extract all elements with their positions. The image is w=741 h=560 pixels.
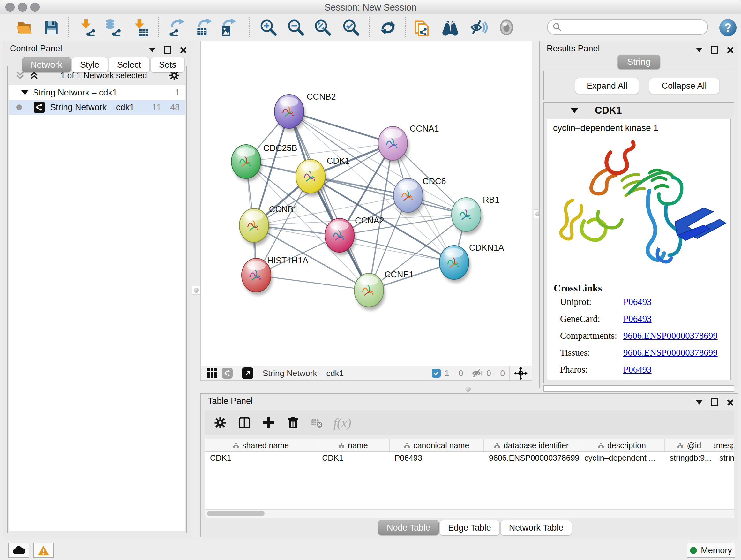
network-collection-row[interactable]: String Network – cdk1 1 [9,85,185,100]
network-node-CCNE1[interactable]: CCNE1 [354,270,414,310]
tab-style[interactable]: Style [71,57,108,72]
panel-close-icon[interactable] [727,47,733,53]
panel-menu-icon[interactable] [696,400,702,405]
next-section-peek [543,385,734,392]
column-header-6[interactable]: namespac [714,439,734,451]
table-settings-gear-icon[interactable] [213,416,227,429]
node-table[interactable]: shared namenamecanonical namedatabase id… [205,439,734,518]
tab-node-table[interactable]: Node Table [378,520,439,536]
export-image-icon[interactable] [218,18,239,37]
protein-section-header[interactable]: CDK1 [544,103,734,118]
column-header-3[interactable]: database identifier [484,439,579,451]
column-header-2[interactable]: canonical name [390,439,484,451]
crosslink-link[interactable]: P06493 [623,297,652,307]
open-session-icon[interactable] [14,18,34,37]
column-header-1[interactable]: name [317,439,389,451]
table-cell[interactable]: CDK1 [317,452,389,464]
show-hide-icon[interactable] [469,18,489,37]
column-header-5[interactable]: @id [665,439,715,451]
find-icon[interactable] [440,18,461,37]
tab-network-table[interactable]: Network Table [500,520,572,536]
crosslink-link[interactable]: P06493 [623,314,652,324]
table-cell[interactable]: stringdb [714,452,734,464]
table-cell[interactable]: cyclin–dependent ... [579,452,664,464]
network-node-CCNB1[interactable]: CCNB1 [239,205,298,246]
left-splitter-handle[interactable] [192,286,201,295]
create-column-plus-icon[interactable] [262,416,275,429]
tab-string[interactable]: String [617,55,660,69]
expand-all-button[interactable]: Expand All [575,78,639,94]
show-columns-icon[interactable] [238,416,251,429]
warning-button[interactable] [33,543,54,558]
import-network-file-icon[interactable] [77,18,97,37]
network-node-CDKN1A[interactable]: CDKN1A [440,243,504,283]
section-collapse-icon[interactable] [570,108,578,113]
panel-float-icon[interactable] [711,46,718,54]
network-label: String Network – cdk1 [50,103,134,112]
network-node-CDC6[interactable]: CDC6 [394,177,446,215]
table-cell[interactable]: stringdb:9... [664,452,714,464]
table-cell[interactable]: P06493 [390,452,484,464]
eye-icon[interactable] [496,18,517,37]
network-edge[interactable] [256,275,369,290]
network-node-CCNA1[interactable]: CCNA1 [378,124,439,164]
tab-select[interactable]: Select [109,57,150,72]
tab-sets[interactable]: Sets [150,57,185,72]
delete-column-trash-icon[interactable] [286,416,300,429]
export-network-icon[interactable] [166,18,187,37]
table-cell[interactable]: 9606.ENSP00000378699 [484,452,579,464]
import-table-icon[interactable] [130,18,151,37]
network-node-HIST1H1A[interactable]: HIST1H1A [242,256,308,295]
panel-menu-icon[interactable] [149,48,155,52]
help-button[interactable]: ? [719,19,737,37]
column-header-0[interactable]: shared name [205,439,317,451]
function-builder-icon[interactable]: f(x) [333,415,351,430]
memory-button[interactable]: Memory [687,543,735,558]
table-header-row: shared namenamecanonical namedatabase id… [205,439,734,452]
open-in-window-icon[interactable] [242,368,253,379]
zoom-fit-icon[interactable] [313,18,333,37]
network-canvas[interactable]: CCNB2CCNA1CDC25BCDK1CDC6RB1CCNB1CCNA2CDK… [201,41,532,366]
crosslink-link[interactable]: P06493 [623,364,652,375]
share-gray-icon[interactable] [222,368,232,379]
table-cell[interactable]: CDK1 [205,452,317,464]
pan-crosshair-icon[interactable] [514,367,528,380]
delete-table-icon[interactable] [311,417,323,429]
tree-expand-icon[interactable] [21,90,28,95]
cloud-icon [12,546,25,555]
panel-close-icon[interactable] [180,47,186,53]
zoom-in-icon[interactable] [258,18,279,37]
crosslink-link[interactable]: 9606.ENSP00000378699 [623,330,718,341]
network-node-CDK1[interactable]: CDK1 [296,156,350,196]
network-edge[interactable] [340,235,454,262]
table-horizontal-scrollbar[interactable] [205,509,734,518]
save-session-icon[interactable] [41,18,61,37]
string-import-icon[interactable] [412,18,433,37]
scrollbar-thumb[interactable] [207,511,265,516]
import-network-database-icon[interactable] [102,18,123,37]
tab-edge-table[interactable]: Edge Table [440,520,500,536]
crosslink-link[interactable]: 9606.ENSP00000378699 [623,348,718,358]
panel-close-icon[interactable] [727,399,733,406]
application-window: Session: New Session [0,0,741,560]
panel-float-icon[interactable] [164,46,172,54]
panel-menu-icon[interactable] [696,48,702,52]
network-node-CCNB2[interactable]: CCNB2 [274,92,336,132]
column-header-4[interactable]: description [579,439,664,451]
network-node-RB1[interactable]: RB1 [452,195,500,235]
search-box[interactable] [547,19,708,35]
cloud-button[interactable] [8,543,29,558]
zoom-out-icon[interactable] [286,18,306,37]
refresh-icon[interactable] [378,18,398,37]
export-table-icon[interactable] [194,18,214,37]
panel-float-icon[interactable] [711,398,718,407]
search-input[interactable] [565,22,702,33]
selected-checkbox-icon[interactable] [432,369,441,378]
table-row[interactable]: CDK1CDK1P064939606.ENSP00000378699cyclin… [205,452,734,464]
network-row-selected[interactable]: String Network – cdk1 11 48 [9,100,185,115]
birdseye-grid-icon[interactable] [206,368,217,379]
zoom-selected-icon[interactable] [341,18,361,37]
collapse-all-button[interactable]: Collapse All [649,78,719,94]
horizontal-splitter-handle[interactable] [465,386,472,393]
tab-network[interactable]: Network [22,57,71,72]
